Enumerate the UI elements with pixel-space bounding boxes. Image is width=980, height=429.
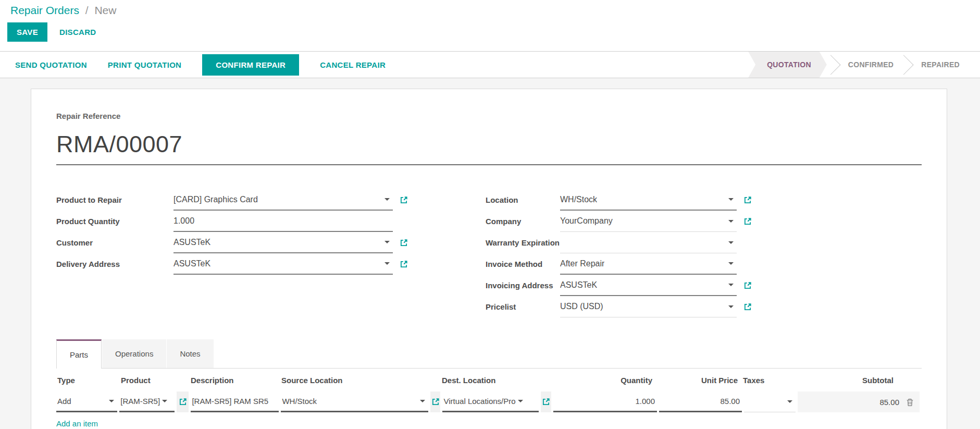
add-an-item-link[interactable]: Add an item: [56, 419, 98, 428]
tab-parts[interactable]: Parts: [56, 339, 102, 369]
column-header-taxes: Taxes: [742, 376, 794, 385]
invoicing-address-field[interactable]: ASUSTeK: [560, 275, 737, 296]
open-record-icon[interactable]: [743, 281, 752, 290]
dropdown-caret-icon[interactable]: [728, 198, 734, 201]
type-cell[interactable]: Add: [56, 391, 117, 412]
column-header-dest-location: Dest. Location: [441, 376, 548, 385]
save-button[interactable]: SAVE: [7, 22, 47, 42]
dropdown-caret-icon[interactable]: [728, 262, 734, 265]
open-record-icon[interactable]: [400, 260, 408, 268]
breadcrumb-repair-orders[interactable]: Repair Orders: [10, 4, 79, 16]
column-header-subtotal: Subtotal: [796, 376, 919, 385]
repair-reference-input[interactable]: RMA/00007: [56, 131, 922, 165]
print-quotation-button[interactable]: PRINT QUOTATION: [108, 60, 181, 69]
delete-row-trash-icon[interactable]: [905, 398, 914, 407]
repair-reference-label: Repair Reference: [56, 112, 922, 120]
breadcrumb: Repair Orders / New: [10, 4, 980, 17]
location-label: Location: [486, 195, 560, 204]
column-header-unit-price: Unit Price: [656, 376, 740, 385]
product-to-repair-field[interactable]: [CARD] Graphics Card: [173, 189, 393, 211]
open-record-icon[interactable]: [743, 217, 752, 226]
delivery-address-field[interactable]: ASUSTeK: [173, 253, 393, 275]
product-to-repair-label: Product to Repair: [56, 195, 173, 204]
product-quantity-field[interactable]: 1.000: [173, 211, 393, 232]
pricelist-label: Pricelist: [486, 302, 560, 311]
invoice-method-label: Invoice Method: [486, 260, 560, 268]
dest-location-cell[interactable]: Virtual Locations/Pro: [442, 391, 539, 412]
invoicing-address-label: Invoicing Address: [486, 281, 560, 290]
repair-order-sheet: Repair Reference RMA/00007 Product to Re…: [31, 89, 947, 429]
unit-price-cell[interactable]: 85.00: [659, 391, 742, 412]
dropdown-caret-icon[interactable]: [162, 400, 167, 402]
column-header-type: Type: [56, 376, 118, 385]
dropdown-caret-icon[interactable]: [384, 198, 390, 201]
dropdown-caret-icon[interactable]: [384, 262, 390, 265]
taxes-cell[interactable]: [744, 391, 796, 412]
open-record-icon[interactable]: [430, 391, 441, 412]
dropdown-caret-icon[interactable]: [109, 400, 114, 402]
column-header-source-location: Source Location: [280, 376, 439, 385]
description-cell[interactable]: [RAM-SR5] RAM SR5: [191, 391, 279, 412]
source-location-cell[interactable]: WH/Stock: [281, 391, 428, 412]
customer-field[interactable]: ASUSTeK: [173, 232, 393, 253]
parts-table-row: Add [RAM-SR5] [RAM-SR5] RAM SR5 WH/Stock…: [56, 391, 922, 412]
warranty-expiration-label: Warranty Expiration: [486, 238, 560, 247]
column-header-quantity: Quantity: [550, 376, 654, 385]
company-field[interactable]: YourCompany: [560, 211, 737, 232]
invoice-method-field[interactable]: After Repair: [560, 253, 737, 275]
customer-label: Customer: [56, 238, 173, 247]
breadcrumb-separator: /: [85, 4, 89, 16]
dropdown-caret-icon[interactable]: [728, 305, 734, 308]
stage-repaired[interactable]: REPAIRED: [908, 52, 973, 78]
dropdown-caret-icon[interactable]: [787, 400, 792, 403]
dropdown-caret-icon[interactable]: [420, 400, 425, 402]
send-quotation-button[interactable]: SEND QUOTATION: [15, 60, 87, 69]
tab-operations[interactable]: Operations: [102, 339, 166, 368]
quantity-cell[interactable]: 1.000: [553, 391, 657, 412]
form-view: Repair Reference RMA/00007 Product to Re…: [0, 78, 980, 429]
statusbar: QUOTATION CONFIRMED REPAIRED: [748, 52, 973, 78]
product-cell[interactable]: [RAM-SR5]: [119, 391, 174, 412]
dropdown-caret-icon[interactable]: [518, 400, 523, 402]
discard-button[interactable]: DISCARD: [59, 28, 96, 36]
location-field[interactable]: WH/Stock: [560, 189, 737, 211]
open-record-icon[interactable]: [743, 303, 752, 311]
confirm-repair-button[interactable]: CONFIRM REPAIR: [202, 54, 299, 76]
dropdown-caret-icon[interactable]: [728, 284, 734, 286]
column-header-product: Product: [120, 376, 188, 385]
open-record-icon[interactable]: [400, 196, 408, 204]
open-record-icon[interactable]: [541, 391, 551, 412]
open-record-icon[interactable]: [177, 391, 189, 412]
action-bar: SEND QUOTATION PRINT QUOTATION CONFIRM R…: [0, 51, 980, 78]
stage-quotation[interactable]: QUOTATION: [748, 52, 827, 78]
delivery-address-label: Delivery Address: [56, 260, 173, 268]
dropdown-caret-icon[interactable]: [728, 241, 734, 244]
dropdown-caret-icon[interactable]: [728, 220, 734, 223]
tab-notes[interactable]: Notes: [167, 339, 213, 368]
subtotal-cell: 85.00: [798, 391, 920, 412]
notebook-tabs: Parts Operations Notes: [56, 339, 922, 369]
company-label: Company: [486, 217, 560, 226]
product-quantity-label: Product Quantity: [56, 217, 173, 226]
warranty-expiration-field[interactable]: [560, 232, 737, 253]
breadcrumb-current: New: [94, 4, 116, 16]
open-record-icon[interactable]: [400, 239, 408, 247]
dropdown-caret-icon[interactable]: [384, 241, 390, 243]
pricelist-field[interactable]: USD (USD): [560, 296, 737, 317]
open-record-icon[interactable]: [743, 196, 752, 204]
parts-table-header: Type Product Description Source Location…: [56, 369, 922, 391]
control-panel: Repair Orders / New SAVE DISCARD: [0, 0, 980, 51]
column-header-description: Description: [190, 376, 278, 385]
cancel-repair-button[interactable]: CANCEL REPAIR: [320, 60, 386, 69]
